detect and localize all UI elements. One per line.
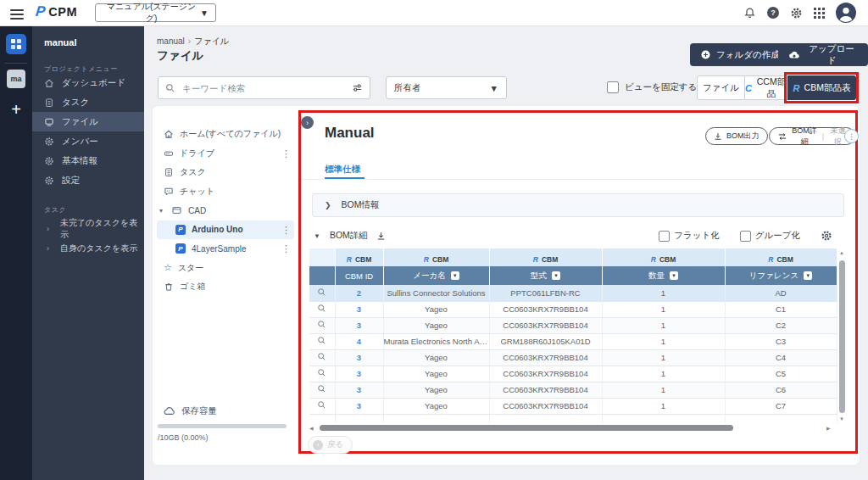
bom-detail-button[interactable]: BOM詳細 | 未選択	[769, 127, 855, 145]
horizontal-scrollbar[interactable]	[320, 425, 733, 431]
cbm-id-link[interactable]: 3	[357, 401, 361, 410]
flatten-checkbox[interactable]: フラット化	[659, 230, 727, 242]
tree-item-star[interactable]: ☆ スター	[157, 259, 294, 278]
apps-grid-icon[interactable]	[814, 8, 825, 19]
table-row[interactable]: 3 Yageo CC0603KRX7R9BB104 1 C7	[309, 398, 837, 414]
tree-item-chat[interactable]: チャット	[157, 182, 294, 202]
preview-icon[interactable]	[317, 400, 326, 410]
preview-icon[interactable]	[317, 320, 326, 329]
scroll-up-arrow[interactable]: ▲	[839, 250, 844, 255]
cell-maker: Yageo	[383, 301, 489, 317]
project-avatar[interactable]: ma	[7, 70, 25, 88]
sidebar-item-members[interactable]: メンバー	[32, 131, 144, 151]
cbm-id-link[interactable]: 3	[357, 353, 361, 362]
preview-icon[interactable]	[317, 384, 326, 393]
preview-icon[interactable]	[317, 368, 326, 377]
view-tab-files[interactable]: ファイル	[697, 75, 745, 100]
table-row[interactable]: 3 Yageo CC0603KRX7R9BB104 1 C1	[309, 301, 837, 317]
bell-icon[interactable]	[743, 7, 756, 20]
tree-item-drive[interactable]: ドライブ ⋮	[157, 144, 294, 164]
group-checkbox[interactable]: グループ化	[740, 230, 809, 242]
preview-icon[interactable]	[317, 304, 326, 313]
upload-button[interactable]: アップロード	[778, 43, 868, 66]
kebab-menu-icon[interactable]: ⋮	[281, 148, 291, 159]
search-input[interactable]	[181, 82, 347, 94]
bom-export-button[interactable]: BOM出力	[705, 127, 768, 145]
tree-item-cad[interactable]: ▼ CAD	[157, 201, 294, 220]
create-folder-button[interactable]: フォルダの作成	[690, 43, 790, 66]
gear-icon[interactable]	[790, 7, 803, 20]
table-row[interactable]: 3 Yageo CC0603KRX7R9BB104 1 C4	[309, 349, 837, 366]
sidebar-item-settings[interactable]: 設定	[32, 170, 144, 190]
caret-down-icon[interactable]: ▼	[157, 208, 165, 214]
sidebar-item-files[interactable]: ファイル	[32, 112, 144, 131]
table-row[interactable]: 3 Yageo CC0603KRX7R9BB104 1 C5	[309, 366, 837, 382]
cell-ref: C7	[725, 398, 837, 414]
download-icon[interactable]	[376, 232, 386, 241]
scroll-left-arrow[interactable]: ◀	[309, 425, 314, 431]
breadcrumb-project[interactable]: manual	[157, 36, 185, 46]
tab-standard-spec[interactable]: 標準仕様	[325, 164, 360, 176]
table-settings-gear-icon[interactable]	[821, 230, 832, 242]
cbm-logo-icon: R	[424, 255, 429, 264]
project-selector[interactable]: マニュアル(ステージング) ▼	[95, 3, 216, 22]
task-icon	[44, 98, 54, 108]
cbm-id-link[interactable]: 3	[357, 385, 361, 394]
panel-collapse-handle[interactable]: ›	[301, 116, 314, 129]
table-row[interactable]: 4 Murata Electronics North Amer… GRM188R…	[309, 333, 837, 349]
vertical-scrollbar[interactable]	[839, 260, 845, 413]
add-project-button[interactable]: +	[0, 100, 32, 120]
scroll-right-arrow[interactable]: ▶	[826, 425, 831, 431]
pin-view-checkbox[interactable]: ビューを固定する	[607, 81, 697, 93]
header-qty: 数量▼	[602, 266, 725, 285]
sidebar-item-basic-info[interactable]: 基本情報	[32, 151, 144, 170]
tree-item-tasks[interactable]: タスク	[157, 163, 294, 182]
view-tab-ccm-parts[interactable]: C CCM部品	[745, 75, 787, 100]
filter-sliders-icon[interactable]	[352, 82, 363, 93]
topbar-icons: ?	[743, 0, 856, 25]
table-row[interactable]: 2 Sullins Connector Solutions PPTC061LFB…	[309, 285, 837, 301]
cbm-badge: RCBM	[424, 255, 449, 264]
chevron-down-icon[interactable]: ▼	[314, 232, 320, 240]
kebab-menu-icon[interactable]: ⋮	[281, 243, 291, 254]
bom-info-accordion[interactable]: ❯ BOM情報	[312, 193, 844, 217]
table-row[interactable]: 3 Yageo CC0603KRX7R9BB104 1 C6	[309, 382, 837, 398]
tree-item-4layersample[interactable]: P 4LayerSample ⋮	[157, 239, 294, 259]
sidebar-link-my-tasks[interactable]: › 自身のタスクを表示	[32, 238, 144, 258]
tree-item-home[interactable]: ホーム(すべてのファイル)	[157, 125, 294, 144]
preview-icon[interactable]	[317, 352, 326, 361]
cbm-id-link[interactable]: 3	[357, 304, 361, 314]
user-avatar[interactable]	[836, 3, 856, 23]
sidebar-link-incomplete-tasks[interactable]: › 未完了のタスクを表示	[32, 219, 144, 238]
owner-filter-dropdown[interactable]: 所有者 ▼	[386, 76, 507, 99]
hamburger-menu-icon[interactable]	[10, 7, 24, 19]
workspace-icon[interactable]	[6, 34, 26, 54]
tree-item-trash[interactable]: ゴミ箱	[157, 277, 294, 297]
column-filter-icon[interactable]: ▼	[804, 271, 812, 280]
help-icon[interactable]: ?	[767, 7, 779, 19]
project-file-icon: P	[175, 243, 186, 254]
cbm-id-link[interactable]: 2	[357, 288, 361, 298]
back-button[interactable]: ‹ 戻る	[308, 436, 353, 454]
sidebar-item-tasks[interactable]: タスク	[32, 92, 144, 112]
cbm-badge: RCBM	[768, 255, 793, 264]
kebab-menu-icon[interactable]: ⋮	[281, 224, 291, 235]
preview-icon[interactable]	[317, 336, 326, 345]
breadcrumb: manual›ファイル	[157, 36, 229, 47]
cbm-id-link[interactable]: 3	[357, 369, 361, 378]
sidebar-item-dashboard[interactable]: ダッシュボード	[32, 73, 144, 92]
more-options-button[interactable]: ⋮	[844, 129, 859, 143]
bom-panel: › Manual BOM出力 BOM詳細 | 未選択 ⋮ 標準仕様 ❯ BOM情…	[298, 110, 858, 454]
column-filter-icon[interactable]: ▼	[670, 271, 678, 280]
cbm-id-link[interactable]: 3	[357, 321, 361, 330]
view-tab-cbm-bom[interactable]: R CBM部品表	[787, 75, 856, 100]
ccm-logo-icon: C	[745, 83, 752, 93]
scroll-down-arrow[interactable]: ▼	[839, 416, 844, 421]
preview-icon[interactable]	[317, 287, 326, 297]
table-row[interactable]: 3 Yageo CC0603KRX7R9BB104 1 C2	[309, 317, 837, 333]
column-filter-icon[interactable]: ▼	[552, 271, 560, 280]
cbm-id-link[interactable]: 4	[357, 337, 361, 346]
column-filter-icon[interactable]: ▼	[451, 271, 459, 280]
cbm-logo-icon: R	[651, 255, 656, 264]
tree-item-arduino-uno[interactable]: P Arduino Uno ⋮	[157, 220, 294, 240]
